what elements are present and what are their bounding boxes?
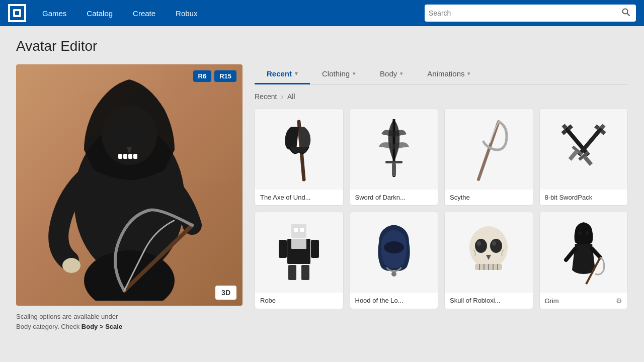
svg-rect-39 [288,265,296,280]
item-image-sword [350,109,438,190]
search-input[interactable] [429,9,620,17]
tab-clothing[interactable]: Clothing ▾ [310,64,368,84]
item-label-axe: The Axe of Und... [255,190,343,205]
tab-animations[interactable]: Animations ▾ [415,64,482,84]
tab-body[interactable]: Body ▾ [368,64,415,84]
body-dropdown-icon: ▾ [400,70,403,77]
svg-point-9 [131,129,145,145]
svg-point-8 [113,129,127,145]
item-card-skull[interactable]: Skull of Robloxi... [444,212,533,309]
nav-robux[interactable]: Robux [166,0,207,26]
svg-rect-26 [583,156,593,166]
avatar-preview: R6 R15 [16,64,243,306]
roblox-logo[interactable] [8,4,26,22]
breadcrumb-all[interactable]: All [287,93,295,101]
breadcrumb: Recent › All [255,93,628,101]
item-image-pixelsword [540,109,628,190]
svg-rect-19 [392,163,396,176]
svg-point-14 [62,258,80,273]
item-label-hood: Hood of the Lo... [350,293,438,308]
item-label-pixelsword: 8-bit SwordPack [540,190,628,205]
item-card-pixelsword[interactable]: 8-bit SwordPack [539,109,628,206]
svg-rect-32 [568,150,578,160]
nav-create[interactable]: Create [123,0,166,26]
nav-catalog[interactable]: Catalog [76,0,123,26]
item-image-robe [255,212,343,293]
svg-point-47 [477,241,481,246]
item-label-sword: Sword of Darkn... [350,190,438,205]
item-card-grim[interactable]: Grim ⚙ [539,212,628,309]
item-image-axe [255,109,343,190]
svg-point-48 [492,241,496,246]
item-card-scythe[interactable]: Scythe [444,109,533,206]
nav-games[interactable]: Games [32,0,76,26]
svg-rect-33 [291,224,306,238]
badge-3d[interactable]: 3D [215,286,236,300]
svg-rect-18 [385,161,403,163]
catalog-panel: Recent ▾ Clothing ▾ Body ▾ Animations ▾ [255,64,628,331]
svg-point-43 [384,241,404,253]
main-content: R6 R15 [16,64,628,331]
svg-point-60 [586,231,589,235]
clothing-dropdown-icon: ▾ [353,70,356,77]
breadcrumb-recent[interactable]: Recent [255,93,277,101]
item-grid: The Axe of Und... [255,109,628,309]
svg-rect-11 [123,154,127,159]
tabs: Recent ▾ Clothing ▾ Body ▾ Animations ▾ [255,64,628,84]
tab-recent[interactable]: Recent ▾ [255,64,310,84]
svg-rect-12 [128,154,132,159]
page-container: Avatar Editor R6 R15 [0,26,644,343]
item-image-skull [445,212,533,293]
item-image-hood [350,212,438,293]
item-image-scythe [445,109,533,190]
svg-rect-10 [118,154,122,159]
item-card-robe[interactable]: Robe [255,212,344,309]
item-label-skull: Skull of Robloxi... [445,293,533,308]
avatar-figure [44,69,215,301]
item-label-robe: Robe [255,293,343,308]
svg-point-45 [475,239,487,253]
page-title: Avatar Editor [16,38,628,54]
animations-dropdown-icon: ▾ [467,70,470,77]
badge-r15[interactable]: R15 [214,70,236,82]
navbar: Games Catalog Create Robux [0,0,644,26]
svg-point-42 [391,272,396,277]
svg-rect-35 [300,228,304,232]
item-card-hood[interactable]: Hood of the Lo... [350,212,439,309]
breadcrumb-separator: › [281,93,283,101]
svg-point-59 [579,231,582,235]
avatar-panel: R6 R15 [16,64,243,331]
search-button[interactable] [620,6,632,20]
svg-rect-41 [291,239,306,249]
item-label-grim: Grim ⚙ [540,293,628,309]
item-image-grim [540,212,628,293]
item-card-sword[interactable]: Sword of Darkn... [350,109,439,206]
svg-point-46 [490,239,502,253]
svg-rect-38 [311,240,319,258]
item-card-axe[interactable]: The Axe of Und... [255,109,344,206]
svg-rect-2 [15,11,19,15]
grim-settings-icon[interactable]: ⚙ [616,297,622,305]
svg-line-4 [627,14,630,16]
svg-rect-13 [133,154,137,159]
avatar-caption: Scaling options are available under Body… [16,312,243,331]
svg-rect-34 [294,228,298,232]
svg-rect-40 [301,265,309,280]
recent-dropdown-icon: ▾ [295,70,298,77]
svg-rect-37 [279,240,287,258]
item-label-scythe: Scythe [445,190,533,205]
search-bar [425,5,636,22]
